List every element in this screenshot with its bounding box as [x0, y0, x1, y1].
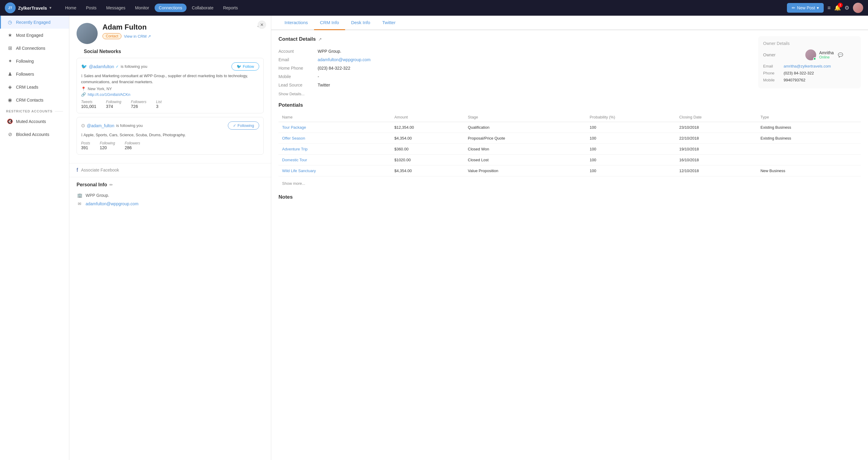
nav-item-monitor[interactable]: Monitor — [131, 4, 153, 12]
nav-item-reports[interactable]: Reports — [219, 4, 242, 12]
potential-amount: $4,354.00 — [391, 165, 464, 176]
sidebar-label-blocked-accounts: Blocked Accounts — [16, 132, 50, 137]
potential-name[interactable]: Adventure Trip — [278, 144, 391, 155]
twitter-username[interactable]: @adamfulton — [89, 64, 114, 69]
email-value[interactable]: adamfulton@wppgroup.com — [318, 57, 370, 62]
sidebar-item-blocked-accounts[interactable]: ⊘ Blocked Accounts — [0, 128, 69, 141]
edit-personal-info-icon[interactable]: ✏ — [110, 182, 113, 187]
notification-icon[interactable]: 🔔 2 — [834, 4, 841, 11]
potential-closing-date: 22/10/2018 — [676, 133, 757, 144]
show-more-potentials-link[interactable]: Show more... — [278, 179, 861, 188]
owner-phone-value: (023) 84-322-322 — [784, 71, 814, 75]
contact-details-external-link-icon[interactable]: ↗ — [318, 37, 322, 41]
nav-item-messages[interactable]: Messages — [102, 4, 130, 12]
nav-item-connections[interactable]: Connections — [155, 4, 187, 12]
nav-item-posts[interactable]: Posts — [82, 4, 101, 12]
nav-right: ✏ New Post ▾ ≡ 🔔 2 ⚙ — [787, 3, 863, 13]
info-icon: ℹ — [81, 73, 83, 78]
sidebar-item-muted-accounts[interactable]: 🔇 Muted Accounts — [0, 115, 69, 128]
user-avatar[interactable] — [853, 3, 863, 13]
sidebar-item-recently-engaged[interactable]: ◷ Recently Engaged — [0, 16, 69, 29]
potential-type: Existing Business — [757, 133, 861, 144]
potential-closing-date: 19/10/2018 — [676, 144, 757, 155]
online-status-dot — [813, 57, 816, 60]
contact-mobile-row: Mobile - — [278, 72, 751, 81]
th-name: Name — [278, 113, 391, 122]
sidebar-item-following[interactable]: ✦ Following — [0, 55, 69, 67]
sidebar-item-crm-contacts[interactable]: ◉ CRM Contacts — [0, 93, 69, 106]
brand-chevron-icon: ▾ — [50, 6, 51, 10]
table-row: Wild Life Sanctuary $4,354.00 Value Prop… — [278, 165, 861, 176]
potential-type — [757, 155, 861, 165]
tab-crm-info[interactable]: CRM Info — [314, 16, 345, 30]
crm-two-column-layout: Contact Details ↗ Account WPP Group. Ema… — [278, 36, 861, 96]
notes-section: Notes — [278, 194, 861, 200]
twitter-following-you-text: is following you — [121, 64, 147, 69]
instagram-icon: ⊙ — [81, 123, 85, 128]
potential-closing-date: 23/10/2018 — [676, 122, 757, 133]
brand-logo-section[interactable]: ZT ZylkerTravels ▾ — [5, 2, 51, 13]
potential-probability: 100 — [586, 122, 675, 133]
owner-row: Owner Amritha Online 💬 — [763, 50, 856, 60]
nav-item-home[interactable]: Home — [61, 4, 81, 12]
instagram-following-button[interactable]: ✓ Following — [228, 121, 259, 130]
account-label: Account — [278, 49, 318, 54]
owner-email-value[interactable]: amritha@zylkertravels.com — [784, 64, 831, 68]
view-crm-link[interactable]: View in CRM ↗ — [124, 34, 151, 38]
th-probability: Probability (%) — [586, 113, 675, 122]
twitter-stat-following: Following 374 — [106, 100, 121, 109]
personal-info-section: Personal Info ✏ 🏢 WPP Group. ✉ adamfulto… — [69, 177, 271, 213]
tab-interactions[interactable]: Interactions — [278, 16, 314, 30]
close-profile-button[interactable]: ✕ — [258, 21, 266, 29]
nav-item-collaborate[interactable]: Collaborate — [188, 4, 218, 12]
profile-name: Adam Fulton — [102, 23, 253, 31]
checkmark-icon: ✓ — [233, 123, 236, 128]
th-type: Type — [757, 113, 861, 122]
sidebar-item-most-engaged[interactable]: ★ Most Engaged — [0, 29, 69, 41]
nav-items: Home Posts Messages Monitor Connections … — [61, 4, 787, 12]
tab-twitter[interactable]: Twitter — [376, 16, 401, 30]
verified-icon: ✓ — [116, 64, 119, 69]
potential-type — [757, 144, 861, 155]
sidebar-item-all-connections[interactable]: ⊞ All Connections — [0, 41, 69, 55]
contact-details-header: Contact Details ↗ — [278, 36, 751, 42]
personal-info-email[interactable]: adamfulton@wppgroup.com — [86, 202, 138, 206]
potential-amount: $1020.00 — [391, 155, 464, 165]
restricted-accounts-divider: RESTRICTED ACCOUNTS — [0, 106, 69, 115]
twitter-link[interactable]: 🔗 http://t.co/1Gm8aVACKn — [81, 92, 259, 97]
show-details-link[interactable]: Show Details... — [278, 92, 751, 96]
profile-avatar — [76, 23, 98, 44]
sidebar-item-crm-leads[interactable]: ◈ CRM Leads — [0, 81, 69, 93]
potential-stage: Closed Lost — [464, 155, 586, 165]
potential-name[interactable]: Domestic Tour — [278, 155, 391, 165]
external-link-icon: ↗ — [148, 34, 151, 38]
new-post-button[interactable]: ✏ New Post ▾ — [787, 3, 824, 13]
sidebar-item-followers[interactable]: ♟ Followers — [0, 67, 69, 81]
potential-name[interactable]: Offer Season — [278, 133, 391, 144]
associate-facebook-button[interactable]: f Associate Facebook — [69, 163, 271, 177]
company-icon: 🏢 — [76, 193, 83, 198]
owner-online-status: Online — [819, 55, 834, 59]
menu-icon[interactable]: ≡ — [827, 5, 831, 11]
potential-probability: 100 — [586, 133, 675, 144]
instagram-stats: Posts 391 Following 120 Followers 286 — [81, 141, 259, 150]
potential-stage: Proposal/Price Quote — [464, 133, 586, 144]
tab-desk-info[interactable]: Desk Info — [345, 16, 376, 30]
potential-closing-date: 12/10/2018 — [676, 165, 757, 176]
social-networks-title: Social Networks — [76, 49, 264, 58]
instagram-username[interactable]: @adam_fulton — [87, 123, 114, 128]
th-amount: Amount — [391, 113, 464, 122]
owner-avatar — [805, 50, 816, 60]
potential-name[interactable]: Wild Life Sanctuary — [278, 165, 391, 176]
potential-amount: $360.00 — [391, 144, 464, 155]
dropdown-arrow-icon: ▾ — [817, 5, 819, 10]
contact-home-phone-row: Home Phone (023) 84-322-322 — [278, 64, 751, 72]
muted-accounts-icon: 🔇 — [7, 119, 13, 124]
instagram-stat-posts: Posts 391 — [81, 141, 90, 150]
personal-info-company: WPP Group. — [86, 193, 109, 198]
personal-info-email-row: ✉ adamfulton@wppgroup.com — [76, 200, 264, 208]
settings-icon[interactable]: ⚙ — [844, 4, 849, 11]
twitter-follow-button[interactable]: 🐦 Follow — [231, 62, 259, 70]
potential-name[interactable]: Tour Package — [278, 122, 391, 133]
sidebar-main-section: ◷ Recently Engaged ★ Most Engaged ⊞ All … — [0, 16, 69, 106]
